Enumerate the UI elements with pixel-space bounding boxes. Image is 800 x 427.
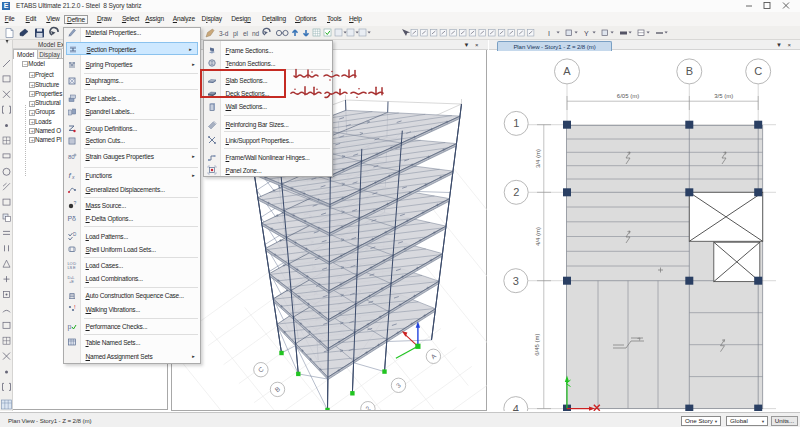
svg-text:p: p bbox=[67, 323, 71, 331]
svg-text:!: ! bbox=[74, 304, 76, 310]
svg-text:?: ? bbox=[73, 200, 76, 206]
svg-text:C: C bbox=[754, 65, 762, 77]
svg-text:A: A bbox=[563, 65, 571, 77]
svg-text:D: D bbox=[73, 232, 77, 237]
svg-text:6/05 (m): 6/05 (m) bbox=[617, 93, 639, 99]
svg-text:nd: nd bbox=[252, 30, 260, 37]
svg-text:4/4 (m): 4/4 (m) bbox=[535, 227, 541, 246]
svg-text:x: x bbox=[71, 174, 75, 180]
svg-text:Y: Y bbox=[584, 30, 589, 37]
svg-text:2: 2 bbox=[513, 186, 519, 198]
svg-text:el: el bbox=[243, 30, 249, 37]
svg-text:1: 1 bbox=[513, 117, 519, 129]
svg-text:4: 4 bbox=[513, 403, 519, 411]
svg-text:Pδ: Pδ bbox=[67, 215, 75, 222]
svg-text:+E: +E bbox=[69, 279, 74, 284]
svg-text:3: 3 bbox=[513, 275, 519, 287]
svg-text:3/4 (m): 3/4 (m) bbox=[535, 149, 541, 168]
svg-text:pl: pl bbox=[233, 30, 239, 38]
svg-text:B: B bbox=[686, 65, 693, 77]
svg-text:LS E: LS E bbox=[67, 265, 75, 270]
svg-text:3/5 (m): 3/5 (m) bbox=[714, 93, 733, 99]
svg-text:I: I bbox=[548, 30, 550, 37]
svg-text:6/45 (m): 6/45 (m) bbox=[534, 333, 540, 355]
svg-text:3-d: 3-d bbox=[219, 30, 229, 37]
